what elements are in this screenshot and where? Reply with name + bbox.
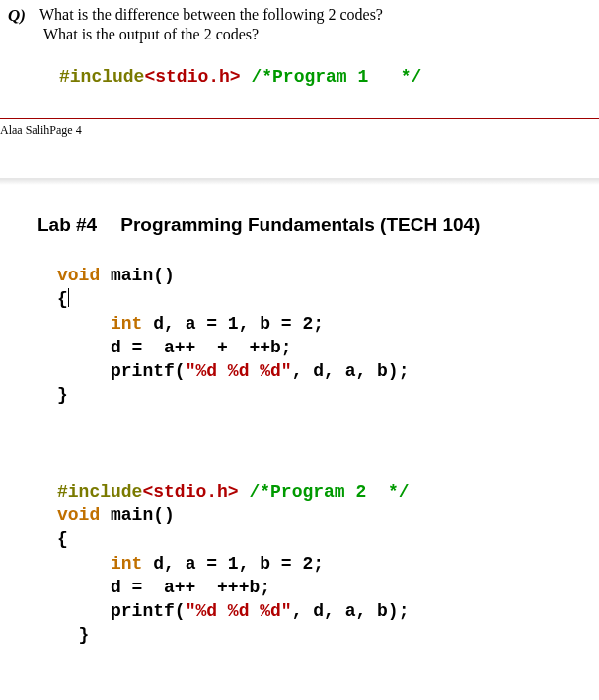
keyword-int: int bbox=[111, 554, 142, 574]
keyword-void: void bbox=[57, 266, 100, 285]
code-text bbox=[57, 554, 111, 574]
text-cursor-icon bbox=[68, 288, 69, 308]
question-line-2: What is the output of the 2 codes? bbox=[0, 26, 599, 43]
code-text bbox=[57, 314, 111, 334]
code-text: d, a = 1, b = 2; bbox=[142, 314, 324, 334]
program-1-include: #include<stdio.h> /*Program 1 */ bbox=[0, 43, 599, 111]
string-literal: "%d %d %d" bbox=[186, 601, 292, 621]
text-sep bbox=[239, 482, 250, 502]
code-text: d = a++ +++b; bbox=[57, 578, 270, 597]
code-text: main() bbox=[100, 506, 175, 525]
text-sep bbox=[241, 67, 252, 87]
preproc-directive: #include bbox=[57, 482, 142, 502]
string-literal: "%d %d %d" bbox=[186, 361, 292, 381]
code-text: d = a++ + ++b; bbox=[57, 338, 292, 357]
keyword-int: int bbox=[111, 314, 142, 334]
code-text: , d, a, b); bbox=[292, 601, 410, 621]
code-text: { bbox=[57, 529, 68, 549]
comment: /*Program 2 */ bbox=[249, 482, 409, 502]
spacer bbox=[0, 138, 599, 178]
lab-header: Lab #4Programming Fundamentals (TECH 104… bbox=[0, 214, 599, 236]
lab-number: Lab #4 bbox=[37, 214, 120, 235]
page-footer: Alaa SalihPage 4 bbox=[0, 119, 599, 138]
include-target: <stdio.h> bbox=[144, 67, 240, 87]
code-text: main() bbox=[100, 266, 175, 285]
question-row: Q) What is the difference between the fo… bbox=[0, 0, 599, 26]
program-1-body: void main() { int d, a = 1, b = 2; d = a… bbox=[0, 236, 599, 648]
preproc-directive: #include bbox=[59, 67, 144, 87]
code-text: } bbox=[57, 385, 68, 405]
question-line-1: What is the difference between the follo… bbox=[39, 6, 383, 24]
code-text: { bbox=[57, 289, 68, 309]
code-text: printf( bbox=[57, 601, 186, 621]
document-page: Q) What is the difference between the fo… bbox=[0, 0, 599, 648]
comment: /*Program 1 */ bbox=[251, 67, 421, 87]
code-text: , d, a, b); bbox=[292, 361, 410, 381]
include-target: <stdio.h> bbox=[142, 482, 238, 502]
keyword-void: void bbox=[57, 506, 100, 525]
code-text: printf( bbox=[57, 361, 186, 381]
code-text: } bbox=[57, 625, 89, 645]
question-marker: Q) bbox=[6, 6, 39, 26]
spacer bbox=[0, 185, 599, 214]
lab-title: Programming Fundamentals (TECH 104) bbox=[120, 214, 480, 235]
code-text: d, a = 1, b = 2; bbox=[142, 554, 324, 574]
